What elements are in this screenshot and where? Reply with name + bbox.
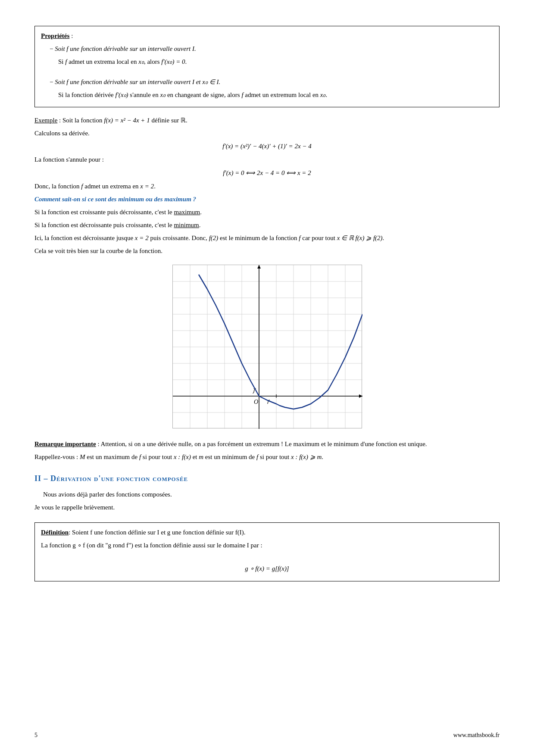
intro2-line1: Nous avions déjà parler des fonctions co… xyxy=(43,489,500,500)
propriete-item-3: − Soit f une fonction dérivable sur un i… xyxy=(50,77,493,87)
propriete-item-1: − Soit f une fonction dérivable sur un i… xyxy=(50,44,493,54)
propriete-item-2: Si f admet un extrema local en x₀, alors… xyxy=(58,56,493,67)
question-minmax: Comment sait-on si ce sont des minimum o… xyxy=(34,194,500,204)
rappel-text: Rappellez-vous : M est un maximum de f s… xyxy=(34,452,500,462)
remarque-text: Remarque importante : Attention, si on a… xyxy=(34,439,500,449)
definition-title-line: Définition: Soient f une fonction défini… xyxy=(41,527,493,537)
svg-text:O: O xyxy=(254,399,258,405)
parabola-curve xyxy=(199,275,362,409)
graph-svg: O j⃗ ı⃗ xyxy=(173,265,362,429)
formula-derivative: f′(x) = (x²)′ − 4(x)′ + (1)′ = 2x − 4 xyxy=(34,143,500,150)
footer: 5 www.mathsbook.fr xyxy=(0,732,534,739)
svg-marker-21 xyxy=(359,394,362,398)
formula-zero: f′(x) = 0 ⟺ 2x − 4 = 0 ⟺ x = 2 xyxy=(34,169,500,177)
definition-text2: La fonction g ∘ f (on dit "g rond f") es… xyxy=(41,540,493,550)
section2-title: II – Dérivation d'une fonction composée xyxy=(34,474,500,483)
website: www.mathsbook.fr xyxy=(453,732,500,739)
proprietes-title: Propriétés : xyxy=(41,31,493,41)
parabola-graph: O j⃗ ı⃗ xyxy=(172,265,362,428)
decroissante-min: Si la fonction est décroissante puis cro… xyxy=(34,220,500,230)
page-number: 5 xyxy=(34,732,37,739)
definition-formula: g ∘ f(x) = g[f(x)] xyxy=(41,565,493,572)
intro2-line2: Je vous le rappelle brièvement. xyxy=(34,502,500,512)
definition-box: Définition: Soient f une fonction défini… xyxy=(34,522,500,581)
conclusion-extrema: Donc, la fonction f admet un extrema en … xyxy=(34,181,500,191)
courbe-text: Cela se voit très bien sur la courbe de … xyxy=(34,246,500,256)
ici-conclusion: Ici, la fonction est décroissante jusque… xyxy=(34,233,500,243)
svg-marker-22 xyxy=(257,265,261,269)
exemple-calcul: Calculons sa dérivée. xyxy=(34,128,500,138)
propriete-item-4: Si la fonction dérivée f′(x₀) s'annule e… xyxy=(58,90,493,100)
graph-container: O j⃗ ı⃗ xyxy=(34,265,500,428)
croissante-max: Si la fonction est croissante puis décro… xyxy=(34,207,500,217)
exemple-intro: Exemple : Soit la fonction f(x) = x² − 4… xyxy=(34,115,500,125)
annule-text: La fonction s'annule pour : xyxy=(34,154,500,165)
proprietes-box: Propriétés : − Soit f une fonction dériv… xyxy=(34,26,500,107)
